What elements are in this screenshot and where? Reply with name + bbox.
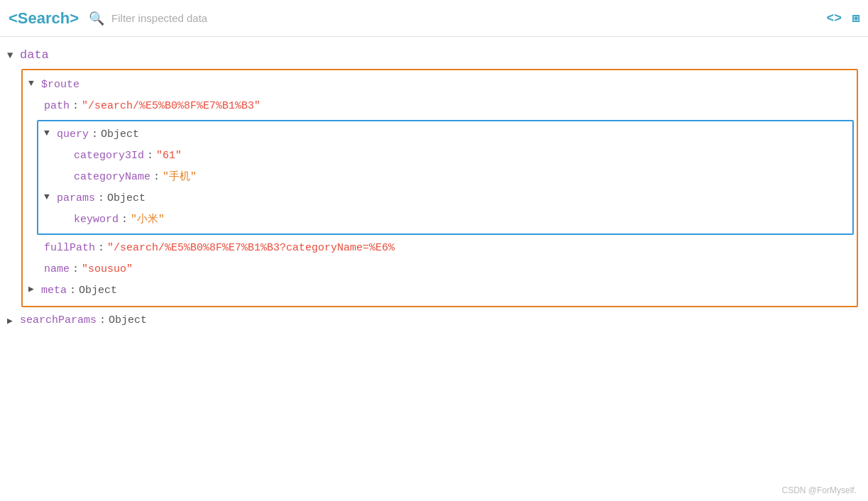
keyword-row: keyword : "小米" [38, 209, 852, 231]
searchparams-row[interactable]: ▶ searchParams : Object [0, 310, 868, 331]
query-key: query [57, 126, 89, 143]
category3id-value: "61" [156, 148, 182, 165]
data-key: data [20, 48, 49, 62]
title-close: > [70, 9, 79, 27]
path-key: path [44, 98, 70, 115]
searchparams-key: searchParams [20, 314, 97, 326]
data-root-row[interactable]: ▼ data [0, 44, 868, 66]
header-actions: <> ⧆ [826, 11, 859, 26]
header: <Search> 🔍 Filter inspected data <> ⧆ [0, 0, 868, 37]
name-value: "sousuo" [82, 261, 133, 278]
query-params-box: ▼ query : Object category3Id : "61" cate… [37, 120, 854, 235]
data-arrow[interactable]: ▼ [7, 50, 16, 61]
main-content: ▼ data ▼ $route path : "/search/%E5%B0%8… [0, 37, 868, 338]
meta-key: meta [41, 282, 67, 299]
route-row[interactable]: ▼ $route [23, 75, 857, 96]
path-value: "/search/%E5%B0%8F%E7%B1%B3" [82, 98, 260, 115]
meta-type: Object [79, 282, 117, 299]
route-box: ▼ $route path : "/search/%E5%B0%8F%E7%B1… [21, 69, 858, 307]
query-type: Object [101, 126, 139, 143]
query-arrow[interactable]: ▼ [44, 126, 53, 141]
route-arrow[interactable]: ▼ [28, 77, 37, 92]
query-row[interactable]: ▼ query : Object [38, 124, 852, 145]
params-type: Object [107, 190, 145, 207]
params-row[interactable]: ▼ params : Object [38, 188, 852, 209]
searchparams-type: Object [109, 314, 147, 326]
fullpath-value: "/search/%E5%B0%8F%E7%B1%B3?categoryName… [107, 240, 395, 257]
params-arrow[interactable]: ▼ [44, 190, 53, 205]
meta-arrow[interactable]: ▶ [28, 282, 37, 297]
categoryname-value: "手机" [163, 169, 197, 186]
page-title: <Search> [9, 9, 79, 28]
fullpath-row: fullPath : "/search/%E5%B0%8F%E7%B1%B3?c… [23, 238, 857, 259]
category3id-key: category3Id [74, 148, 144, 165]
categoryname-row: categoryName : "手机" [38, 167, 852, 188]
fullpath-key: fullPath [44, 240, 95, 257]
route-key: $route [41, 77, 79, 94]
path-row: path : "/search/%E5%B0%8F%E7%B1%B3" [23, 96, 857, 117]
categoryname-key: categoryName [74, 169, 150, 186]
meta-row[interactable]: ▶ meta : Object [23, 280, 857, 302]
code-toggle-icon[interactable]: <> [826, 11, 842, 26]
keyword-key: keyword [74, 211, 119, 229]
category3id-row: category3Id : "61" [38, 145, 852, 167]
name-row: name : "sousuo" [23, 259, 857, 280]
searchparams-arrow[interactable]: ▶ [7, 315, 16, 326]
name-key: name [44, 261, 70, 278]
filter-input[interactable]: Filter inspected data [111, 12, 826, 24]
external-link-icon[interactable]: ⧆ [852, 11, 859, 26]
footer-text: CSDN @ForMyself. [781, 485, 857, 495]
title-open: < [9, 9, 18, 27]
search-icon[interactable]: 🔍 [89, 11, 104, 26]
params-key: params [57, 190, 95, 207]
query-params-wrapper: ▼ query : Object category3Id : "61" cate… [23, 120, 857, 235]
keyword-value: "小米" [131, 211, 165, 229]
